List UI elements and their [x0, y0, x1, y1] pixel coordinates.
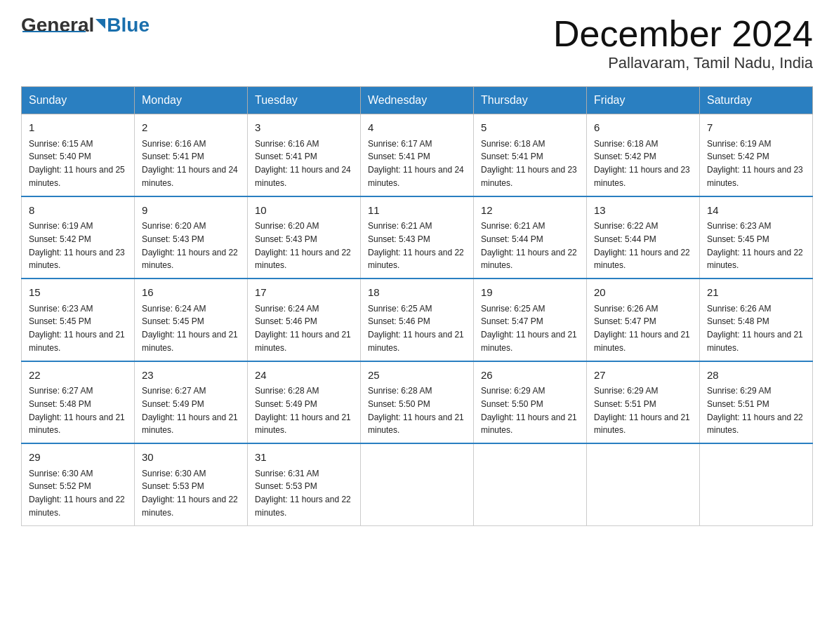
- day-number: 13: [594, 203, 692, 219]
- day-number: 27: [594, 368, 692, 384]
- day-number: 30: [142, 450, 240, 466]
- day-info: Sunrise: 6:27 AMSunset: 5:49 PMDaylight:…: [142, 386, 238, 435]
- day-info: Sunrise: 6:21 AMSunset: 5:44 PMDaylight:…: [481, 221, 577, 270]
- calendar-cell: 7 Sunrise: 6:19 AMSunset: 5:42 PMDayligh…: [700, 114, 813, 196]
- day-number: 4: [368, 120, 466, 136]
- calendar-cell: 20 Sunrise: 6:26 AMSunset: 5:47 PMDaylig…: [587, 279, 700, 361]
- calendar-cell: 1 Sunrise: 6:15 AMSunset: 5:40 PMDayligh…: [22, 114, 135, 196]
- day-info: Sunrise: 6:18 AMSunset: 5:41 PMDaylight:…: [481, 139, 577, 188]
- day-info: Sunrise: 6:24 AMSunset: 5:46 PMDaylight:…: [255, 304, 351, 353]
- calendar-cell: 16 Sunrise: 6:24 AMSunset: 5:45 PMDaylig…: [135, 279, 248, 361]
- calendar-cell: 2 Sunrise: 6:16 AMSunset: 5:41 PMDayligh…: [135, 114, 248, 196]
- calendar-cell: 30 Sunrise: 6:30 AMSunset: 5:53 PMDaylig…: [135, 443, 248, 525]
- day-number: 1: [29, 120, 127, 136]
- day-info: Sunrise: 6:26 AMSunset: 5:47 PMDaylight:…: [594, 304, 690, 353]
- calendar-cell: 8 Sunrise: 6:19 AMSunset: 5:42 PMDayligh…: [22, 196, 135, 279]
- day-info: Sunrise: 6:26 AMSunset: 5:48 PMDaylight:…: [707, 304, 803, 353]
- day-info: Sunrise: 6:19 AMSunset: 5:42 PMDaylight:…: [707, 139, 803, 188]
- day-number: 19: [481, 285, 579, 301]
- day-number: 20: [594, 285, 692, 301]
- day-number: 10: [255, 203, 353, 219]
- day-number: 15: [29, 285, 127, 301]
- calendar-cell: 23 Sunrise: 6:27 AMSunset: 5:49 PMDaylig…: [135, 361, 248, 444]
- calendar-cell: 9 Sunrise: 6:20 AMSunset: 5:43 PMDayligh…: [135, 196, 248, 279]
- day-info: Sunrise: 6:30 AMSunset: 5:52 PMDaylight:…: [29, 469, 125, 518]
- calendar-week-row: 1 Sunrise: 6:15 AMSunset: 5:40 PMDayligh…: [22, 114, 813, 196]
- calendar-table: SundayMondayTuesdayWednesdayThursdayFrid…: [21, 86, 813, 526]
- calendar-cell: 29 Sunrise: 6:30 AMSunset: 5:52 PMDaylig…: [22, 443, 135, 525]
- day-number: 2: [142, 120, 240, 136]
- day-info: Sunrise: 6:23 AMSunset: 5:45 PMDaylight:…: [29, 304, 125, 353]
- calendar-week-row: 8 Sunrise: 6:19 AMSunset: 5:42 PMDayligh…: [22, 196, 813, 279]
- calendar-cell: 4 Sunrise: 6:17 AMSunset: 5:41 PMDayligh…: [361, 114, 474, 196]
- day-number: 26: [481, 368, 579, 384]
- weekday-header-monday: Monday: [135, 87, 248, 114]
- calendar-cell: 14 Sunrise: 6:23 AMSunset: 5:45 PMDaylig…: [700, 196, 813, 279]
- calendar-cell: 21 Sunrise: 6:26 AMSunset: 5:48 PMDaylig…: [700, 279, 813, 361]
- day-info: Sunrise: 6:24 AMSunset: 5:45 PMDaylight:…: [142, 304, 238, 353]
- day-info: Sunrise: 6:28 AMSunset: 5:50 PMDaylight:…: [368, 386, 464, 435]
- day-number: 25: [368, 368, 466, 384]
- day-info: Sunrise: 6:28 AMSunset: 5:49 PMDaylight:…: [255, 386, 351, 435]
- day-number: 24: [255, 368, 353, 384]
- day-number: 22: [29, 368, 127, 384]
- calendar-week-row: 15 Sunrise: 6:23 AMSunset: 5:45 PMDaylig…: [22, 279, 813, 361]
- day-number: 9: [142, 203, 240, 219]
- calendar-cell: 10 Sunrise: 6:20 AMSunset: 5:43 PMDaylig…: [248, 196, 361, 279]
- weekday-header-tuesday: Tuesday: [248, 87, 361, 114]
- day-info: Sunrise: 6:27 AMSunset: 5:48 PMDaylight:…: [29, 386, 125, 435]
- calendar-cell: 11 Sunrise: 6:21 AMSunset: 5:43 PMDaylig…: [361, 196, 474, 279]
- day-number: 31: [255, 450, 353, 466]
- day-number: 23: [142, 368, 240, 384]
- day-number: 29: [29, 450, 127, 466]
- calendar-week-row: 29 Sunrise: 6:30 AMSunset: 5:52 PMDaylig…: [22, 443, 813, 525]
- day-number: 8: [29, 203, 127, 219]
- location-title: Pallavaram, Tamil Nadu, India: [553, 54, 813, 72]
- page-header: General Blue December 2024 Pallavaram, T…: [21, 14, 813, 72]
- day-number: 17: [255, 285, 353, 301]
- calendar-cell: 6 Sunrise: 6:18 AMSunset: 5:42 PMDayligh…: [587, 114, 700, 196]
- day-number: 16: [142, 285, 240, 301]
- day-number: 21: [707, 285, 805, 301]
- calendar-cell: 31 Sunrise: 6:31 AMSunset: 5:53 PMDaylig…: [248, 443, 361, 525]
- weekday-header-thursday: Thursday: [474, 87, 587, 114]
- day-number: 18: [368, 285, 466, 301]
- calendar-cell: [700, 443, 813, 525]
- day-info: Sunrise: 6:30 AMSunset: 5:53 PMDaylight:…: [142, 469, 238, 518]
- day-info: Sunrise: 6:16 AMSunset: 5:41 PMDaylight:…: [142, 139, 238, 188]
- day-info: Sunrise: 6:16 AMSunset: 5:41 PMDaylight:…: [255, 139, 351, 188]
- calendar-cell: 17 Sunrise: 6:24 AMSunset: 5:46 PMDaylig…: [248, 279, 361, 361]
- day-number: 3: [255, 120, 353, 136]
- calendar-cell: 5 Sunrise: 6:18 AMSunset: 5:41 PMDayligh…: [474, 114, 587, 196]
- day-info: Sunrise: 6:15 AMSunset: 5:40 PMDaylight:…: [29, 139, 125, 188]
- calendar-week-row: 22 Sunrise: 6:27 AMSunset: 5:48 PMDaylig…: [22, 361, 813, 444]
- calendar-cell: 28 Sunrise: 6:29 AMSunset: 5:51 PMDaylig…: [700, 361, 813, 444]
- day-info: Sunrise: 6:19 AMSunset: 5:42 PMDaylight:…: [29, 221, 125, 270]
- day-number: 28: [707, 368, 805, 384]
- calendar-cell: [474, 443, 587, 525]
- weekday-header-row: SundayMondayTuesdayWednesdayThursdayFrid…: [22, 87, 813, 114]
- day-info: Sunrise: 6:25 AMSunset: 5:46 PMDaylight:…: [368, 304, 464, 353]
- weekday-header-friday: Friday: [587, 87, 700, 114]
- calendar-cell: 18 Sunrise: 6:25 AMSunset: 5:46 PMDaylig…: [361, 279, 474, 361]
- day-info: Sunrise: 6:17 AMSunset: 5:41 PMDaylight:…: [368, 139, 464, 188]
- logo-triangle-icon: [95, 19, 105, 29]
- calendar-cell: 13 Sunrise: 6:22 AMSunset: 5:44 PMDaylig…: [587, 196, 700, 279]
- day-info: Sunrise: 6:25 AMSunset: 5:47 PMDaylight:…: [481, 304, 577, 353]
- day-info: Sunrise: 6:31 AMSunset: 5:53 PMDaylight:…: [255, 469, 351, 518]
- logo-general-text: General: [21, 14, 94, 36]
- calendar-cell: 15 Sunrise: 6:23 AMSunset: 5:45 PMDaylig…: [22, 279, 135, 361]
- calendar-cell: 3 Sunrise: 6:16 AMSunset: 5:41 PMDayligh…: [248, 114, 361, 196]
- calendar-cell: 27 Sunrise: 6:29 AMSunset: 5:51 PMDaylig…: [587, 361, 700, 444]
- day-info: Sunrise: 6:29 AMSunset: 5:51 PMDaylight:…: [707, 386, 803, 435]
- day-number: 7: [707, 120, 805, 136]
- day-number: 14: [707, 203, 805, 219]
- day-info: Sunrise: 6:20 AMSunset: 5:43 PMDaylight:…: [255, 221, 351, 270]
- day-number: 11: [368, 203, 466, 219]
- calendar-cell: 22 Sunrise: 6:27 AMSunset: 5:48 PMDaylig…: [22, 361, 135, 444]
- calendar-cell: 12 Sunrise: 6:21 AMSunset: 5:44 PMDaylig…: [474, 196, 587, 279]
- day-info: Sunrise: 6:29 AMSunset: 5:50 PMDaylight:…: [481, 386, 577, 435]
- calendar-title-area: December 2024 Pallavaram, Tamil Nadu, In…: [553, 14, 813, 72]
- day-info: Sunrise: 6:29 AMSunset: 5:51 PMDaylight:…: [594, 386, 690, 435]
- logo-blue-text: Blue: [107, 14, 150, 36]
